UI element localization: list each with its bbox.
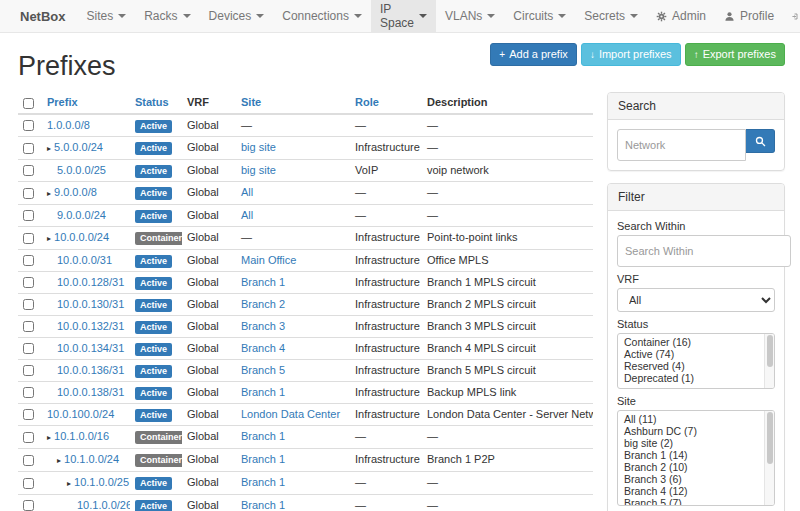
site-link[interactable]: London Data Center <box>241 408 340 420</box>
site-link[interactable]: Main Office <box>241 254 296 266</box>
prefix-link[interactable]: 5.0.0.0/24 <box>54 141 103 153</box>
row-checkbox[interactable] <box>23 409 34 420</box>
nav-item-devices[interactable]: Devices <box>200 0 274 32</box>
row-checkbox[interactable] <box>23 365 34 376</box>
row-checkbox[interactable] <box>23 143 34 154</box>
prefix-link[interactable]: 9.0.0.0/24 <box>57 209 106 221</box>
prefix-link[interactable]: 10.0.0.128/31 <box>57 276 124 288</box>
prefix-link[interactable]: 10.1.0.0/24 <box>64 453 119 465</box>
site-link[interactable]: Branch 1 <box>241 499 285 511</box>
add-prefix-button[interactable]: + Add a prefix <box>490 43 577 66</box>
search-input[interactable] <box>617 129 746 161</box>
site-link[interactable]: Branch 1 <box>241 453 285 465</box>
list-option[interactable]: All (11) <box>618 413 774 425</box>
list-option[interactable]: Branch 3 (6) <box>618 473 774 485</box>
vrf-select[interactable]: All <box>617 288 775 312</box>
prefix-link[interactable]: 10.1.0.0/25 <box>74 476 129 488</box>
row-checkbox[interactable] <box>23 233 34 244</box>
nav-item-ip-space[interactable]: IP Space <box>371 0 436 32</box>
site-link[interactable]: All <box>241 186 253 198</box>
search-within-input[interactable] <box>617 235 791 267</box>
column-header-role[interactable]: Role <box>350 92 422 114</box>
nav-item-profile[interactable]: Profile <box>715 0 783 32</box>
site-link[interactable]: Branch 1 <box>241 276 285 288</box>
prefix-link[interactable]: 10.0.100.0/24 <box>47 408 114 420</box>
row-checkbox[interactable] <box>23 188 34 199</box>
site-link[interactable]: Branch 1 <box>241 476 285 488</box>
row-checkbox[interactable] <box>23 387 34 398</box>
scrollbar[interactable] <box>764 411 774 505</box>
prefix-link[interactable]: 10.0.0.132/31 <box>57 320 124 332</box>
site-cell: Branch 3 <box>236 315 350 337</box>
row-checkbox[interactable] <box>23 500 34 511</box>
prefix-link[interactable]: 5.0.0.0/25 <box>57 164 106 176</box>
column-header-site[interactable]: Site <box>236 92 350 114</box>
site-link[interactable]: All <box>241 209 253 221</box>
site-link[interactable]: big site <box>241 141 276 153</box>
expand-caret-icon[interactable]: ▸ <box>47 189 51 198</box>
site-link[interactable]: Branch 1 <box>241 430 285 442</box>
site-link[interactable]: Branch 1 <box>241 386 285 398</box>
nav-item-connections[interactable]: Connections <box>273 0 371 32</box>
description-cell: — <box>422 471 593 494</box>
prefix-link[interactable]: 10.0.0.0/31 <box>57 254 112 266</box>
status-filter-list[interactable]: Container (16)Active (74)Reserved (4)Dep… <box>617 333 775 389</box>
nav-item-logout[interactable]: Log out <box>783 0 800 32</box>
site-link[interactable]: Branch 5 <box>241 364 285 376</box>
row-checkbox[interactable] <box>23 478 34 489</box>
prefix-link[interactable]: 10.0.0.0/24 <box>54 231 109 243</box>
site-link[interactable]: Branch 3 <box>241 320 285 332</box>
list-option[interactable]: Branch 4 (12) <box>618 485 774 497</box>
nav-item-circuits[interactable]: Circuits <box>504 0 575 32</box>
expand-caret-icon[interactable]: ▸ <box>47 433 51 442</box>
row-checkbox[interactable] <box>23 321 34 332</box>
prefix-link[interactable]: 10.1.0.0/26 <box>77 499 130 511</box>
expand-caret-icon[interactable]: ▸ <box>57 456 61 465</box>
column-header-prefix[interactable]: Prefix <box>42 92 130 114</box>
list-option[interactable]: Ashburn DC (7) <box>618 425 774 437</box>
row-checkbox[interactable] <box>23 120 34 131</box>
prefix-link[interactable]: 10.0.0.134/31 <box>57 342 124 354</box>
expand-caret-icon[interactable]: ▸ <box>47 144 51 153</box>
list-option[interactable]: Branch 2 (10) <box>618 461 774 473</box>
site-link[interactable]: Branch 4 <box>241 342 285 354</box>
nav-item-sites[interactable]: Sites <box>78 0 136 32</box>
brand-logo[interactable]: NetBox <box>8 0 78 32</box>
expand-caret-icon[interactable]: ▸ <box>47 234 51 243</box>
nav-item-admin[interactable]: Admin <box>647 0 715 32</box>
scrollbar[interactable] <box>764 334 774 388</box>
search-button[interactable] <box>746 129 775 153</box>
export-prefixes-button[interactable]: ↑ Export prefixes <box>685 43 785 66</box>
row-checkbox[interactable] <box>23 210 34 221</box>
list-option[interactable]: Branch 1 (14) <box>618 449 774 461</box>
list-option[interactable]: big site (2) <box>618 437 774 449</box>
row-checkbox[interactable] <box>23 299 34 310</box>
row-checkbox[interactable] <box>23 165 34 176</box>
prefix-link[interactable]: 10.0.0.130/31 <box>57 298 124 310</box>
prefix-link[interactable]: 9.0.0.0/8 <box>54 186 97 198</box>
prefix-link[interactable]: 1.0.0.0/8 <box>47 119 90 131</box>
row-checkbox[interactable] <box>23 432 34 443</box>
row-checkbox[interactable] <box>23 255 34 266</box>
row-checkbox[interactable] <box>23 277 34 288</box>
row-checkbox[interactable] <box>23 343 34 354</box>
list-option[interactable]: Reserved (4) <box>618 360 774 372</box>
nav-item-vlans[interactable]: VLANs <box>436 0 504 32</box>
prefix-link[interactable]: 10.0.0.138/31 <box>57 386 124 398</box>
nav-item-secrets[interactable]: Secrets <box>575 0 647 32</box>
select-all-checkbox[interactable] <box>23 98 34 109</box>
prefix-link[interactable]: 10.1.0.0/16 <box>54 430 109 442</box>
site-filter-list[interactable]: All (11)Ashburn DC (7)big site (2)Branch… <box>617 410 775 506</box>
row-checkbox[interactable] <box>23 455 34 466</box>
list-option[interactable]: Active (74) <box>618 348 774 360</box>
nav-item-racks[interactable]: Racks <box>135 0 199 32</box>
import-prefixes-button[interactable]: ↓ Import prefixes <box>581 43 681 66</box>
expand-caret-icon[interactable]: ▸ <box>67 479 71 488</box>
column-header-status[interactable]: Status <box>130 92 182 114</box>
list-option[interactable]: Deprecated (1) <box>618 372 774 384</box>
prefix-link[interactable]: 10.0.0.136/31 <box>57 364 124 376</box>
site-link[interactable]: Branch 2 <box>241 298 285 310</box>
list-option[interactable]: Container (16) <box>618 336 774 348</box>
list-option[interactable]: Branch 5 (7) <box>618 497 774 506</box>
site-link[interactable]: big site <box>241 164 276 176</box>
